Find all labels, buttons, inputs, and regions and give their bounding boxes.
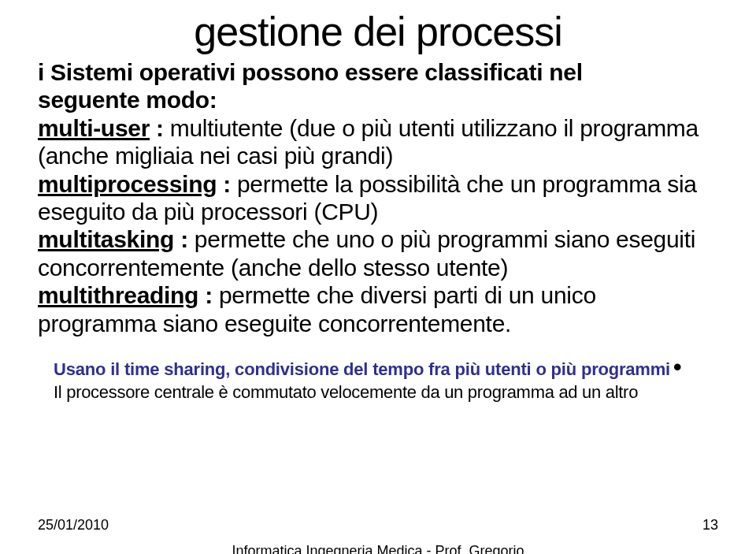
term-multithreading: multithreading: [38, 282, 198, 308]
sep-multitasking: :: [174, 226, 195, 252]
intro-line-1: i Sistemi operativi possono essere class…: [38, 59, 583, 85]
intro-line-2: seguente modo:: [38, 87, 217, 113]
sep-multiprocessing: :: [217, 171, 237, 197]
note-block: Usano il time sharing, condivisione del …: [38, 353, 718, 403]
footer-center: Informatica Ingegneria Medica - Prof. Gr…: [0, 543, 756, 554]
term-multitasking: multitasking: [38, 226, 174, 252]
note-line-1: Usano il time sharing, condivisione del …: [54, 359, 670, 379]
note-line-2: Il processore centrale è commutato veloc…: [54, 382, 718, 403]
slide: gestione dei processi i Sistemi operativ…: [0, 0, 756, 554]
body-text: i Sistemi operativi possono essere class…: [38, 58, 718, 403]
bullet-icon: •: [670, 354, 681, 380]
sep-multiuser: :: [150, 115, 170, 141]
term-multiuser: multi-user: [38, 115, 150, 141]
slide-title: gestione dei processi: [38, 8, 718, 55]
footer-page-number: 13: [702, 517, 718, 534]
term-multiprocessing: multiprocessing: [38, 171, 217, 197]
footer-center-line-1: Informatica Ingegneria Medica - Prof. Gr…: [0, 543, 756, 554]
sep-multithreading: :: [198, 282, 219, 308]
footer-date: 25/01/2010: [38, 517, 109, 534]
